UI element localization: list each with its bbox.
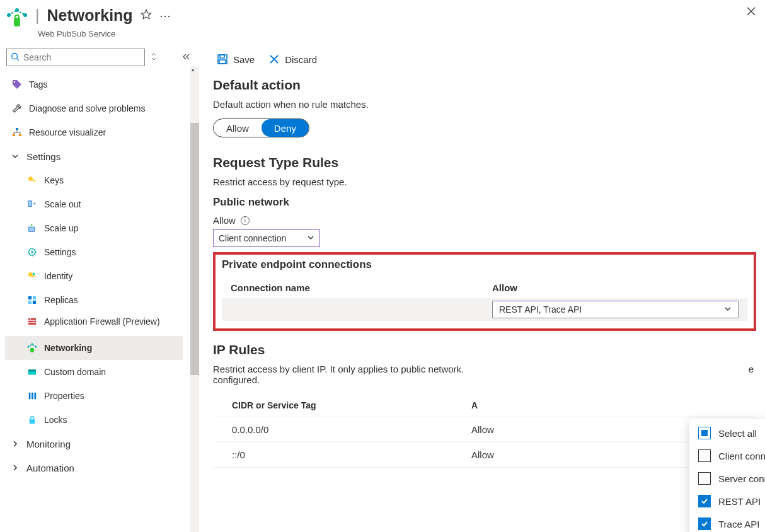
allow-dropdown-panel: Select all Client connection Server conn… [689, 419, 765, 532]
column-allow: Allow [492, 282, 739, 293]
default-action-toggle[interactable]: Allow Deny [213, 119, 309, 137]
expand-collapse-icon[interactable] [150, 52, 158, 62]
close-icon[interactable] [746, 6, 756, 18]
sidebar-group-automation[interactable]: Automation [5, 456, 183, 480]
svg-rect-24 [28, 296, 32, 299]
sidebar-search-input[interactable] [23, 52, 141, 62]
sidebar-item-properties[interactable]: Properties [5, 384, 183, 408]
toggle-deny[interactable]: Deny [262, 119, 309, 137]
ip-rules-heading: IP Rules [213, 342, 756, 357]
option-select-all[interactable]: Select all [689, 422, 765, 444]
checkbox-checked-icon [698, 518, 711, 530]
scale-up-icon [26, 224, 38, 233]
domain-icon [26, 367, 38, 376]
sidebar-item-firewall[interactable]: Application Firewall (Preview) [5, 312, 183, 336]
option-rest-api[interactable]: REST API [689, 490, 765, 512]
tag-icon [11, 79, 23, 90]
svg-rect-11 [16, 128, 18, 130]
private-endpoint-row: REST API, Trace API [222, 298, 747, 321]
ip-rule-row: 0.0.0.0/0 Allow ··· [213, 417, 756, 442]
favorite-star-icon[interactable] [141, 9, 152, 22]
collapse-sidebar-icon[interactable] [181, 52, 190, 63]
column-action: A [471, 400, 737, 410]
search-icon [11, 52, 20, 63]
svg-rect-41 [35, 393, 37, 400]
svg-point-8 [12, 53, 18, 59]
discard-button[interactable]: Discard [268, 54, 317, 65]
save-button[interactable]: Save [217, 54, 255, 65]
private-allow-select[interactable]: REST API, Trace API [492, 301, 739, 318]
sidebar-group-settings[interactable]: Settings [5, 144, 183, 168]
sidebar-item-scale-up[interactable]: Scale up [5, 216, 183, 240]
chevron-down-icon [11, 151, 20, 162]
sidebar-item-locks[interactable]: Locks [5, 408, 183, 432]
sidebar-item-tags[interactable]: Tags [5, 72, 183, 96]
svg-marker-5 [141, 10, 151, 19]
request-rules-desc: Restrict access by request type. [213, 176, 756, 187]
svg-rect-39 [29, 393, 31, 400]
default-action-desc: Default action when no rule matches. [213, 99, 756, 110]
sidebar-item-scale-out[interactable]: Scale out [5, 192, 183, 216]
sidebar-item-replicas[interactable]: Replicas [5, 288, 183, 312]
checkbox-unchecked-icon [698, 472, 711, 485]
column-connection-name: Connection name [231, 282, 492, 293]
svg-rect-12 [13, 134, 15, 136]
toggle-allow[interactable]: Allow [214, 119, 262, 137]
sidebar-item-identity[interactable]: Identity [5, 264, 183, 288]
svg-rect-17 [28, 201, 32, 207]
svg-rect-25 [33, 296, 36, 299]
checkbox-indeterminate-icon [698, 427, 711, 439]
svg-rect-27 [33, 301, 36, 304]
public-allow-select[interactable]: Client connection [213, 229, 320, 247]
properties-icon [26, 391, 38, 400]
option-server-connection[interactable]: Server connection [689, 467, 765, 490]
checkbox-unchecked-icon [698, 449, 711, 462]
sidebar-item-diagnose[interactable]: Diagnose and solve problems [5, 96, 183, 120]
svg-point-20 [31, 251, 33, 253]
svg-rect-42 [30, 419, 35, 424]
svg-rect-16 [35, 181, 36, 183]
svg-point-35 [32, 344, 33, 345]
sidebar-group-monitoring[interactable]: Monitoring [5, 432, 183, 456]
public-network-heading: Public network [213, 196, 756, 209]
chevron-down-icon [307, 233, 314, 243]
sidebar-item-custom-domain[interactable]: Custom domain [5, 360, 183, 384]
option-trace-api[interactable]: Trace API [689, 512, 765, 532]
sidebar-item-settings[interactable]: Settings [5, 240, 183, 264]
svg-rect-40 [32, 393, 33, 400]
sidebar-item-resource-visualizer[interactable]: Resource visualizer [5, 120, 183, 144]
svg-point-23 [33, 273, 35, 275]
lock-icon [26, 415, 38, 424]
sidebar-search[interactable] [6, 49, 145, 66]
sidebar-item-keys[interactable]: Keys [5, 168, 183, 192]
svg-rect-38 [28, 370, 36, 372]
page-title: Networking [47, 6, 133, 25]
allow-label: Allow i [213, 215, 756, 226]
chevron-right-icon [11, 463, 20, 473]
svg-point-0 [7, 13, 11, 17]
key-icon [26, 176, 38, 185]
checkbox-checked-icon [698, 495, 711, 507]
info-icon[interactable]: i [241, 216, 250, 225]
sidebar-item-networking[interactable]: Networking [5, 336, 183, 360]
more-menu-icon[interactable]: ⋯ [159, 9, 171, 23]
option-client-connection[interactable]: Client connection [689, 444, 765, 467]
column-cidr: CIDR or Service Tag [232, 400, 471, 410]
scale-out-icon [26, 200, 38, 209]
scroll-up-icon[interactable]: ▴ [192, 66, 195, 72]
svg-rect-22 [32, 275, 35, 277]
svg-rect-36 [30, 348, 34, 352]
svg-point-2 [15, 8, 19, 12]
svg-rect-44 [220, 55, 224, 58]
svg-point-33 [28, 346, 30, 348]
web-pubsub-icon [5, 6, 29, 30]
gear-icon [26, 248, 38, 257]
svg-point-34 [35, 346, 37, 348]
identity-icon [26, 272, 38, 280]
svg-rect-13 [19, 134, 21, 136]
svg-line-9 [17, 58, 20, 61]
private-endpoints-highlight: Private endpoint connections Connection … [213, 252, 756, 331]
chevron-down-icon [724, 304, 732, 315]
chevron-right-icon [11, 439, 20, 449]
hierarchy-icon [11, 127, 23, 137]
